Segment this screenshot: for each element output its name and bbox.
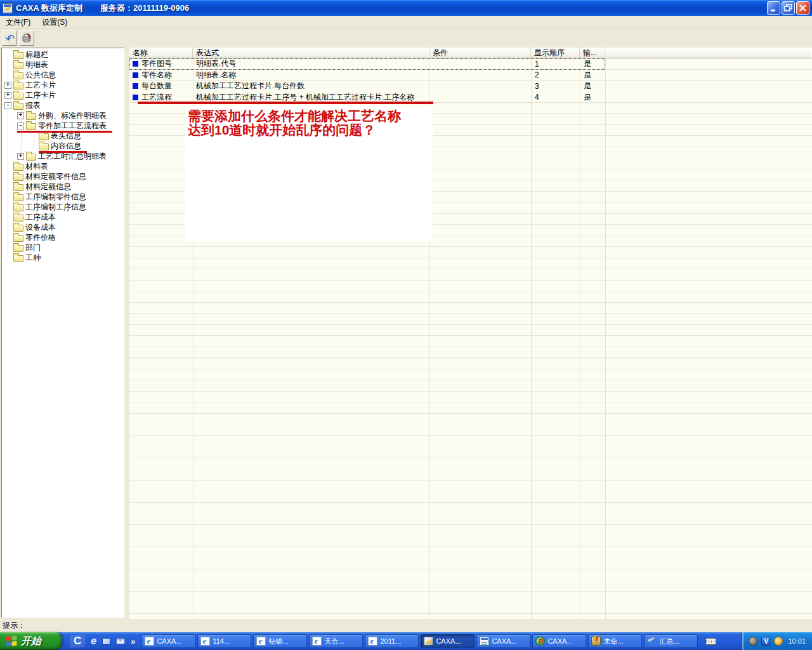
menu-file[interactable]: 文件(F): [0, 16, 36, 29]
c-shortcut-icon[interactable]: C: [70, 635, 85, 647]
caxa-capp-icon: [535, 637, 545, 646]
folder-icon: [13, 62, 23, 69]
trade-assistant-icon[interactable]: [774, 637, 783, 646]
page-setup-button[interactable]: [19, 30, 34, 46]
annotation-line: 达到10道时就开始乱序的问题？: [188, 123, 433, 137]
tree-item[interactable]: +工序卡片: [2, 90, 124, 100]
flash-icon: [647, 637, 657, 646]
tree-item-label: 工序成本: [25, 212, 56, 223]
statusbar: 提示：: [0, 619, 812, 632]
minimize-button[interactable]: [767, 1, 780, 15]
annotation-line: 需要添加什么条件才能解决工艺名称: [188, 109, 433, 123]
tree-item[interactable]: 标题栏: [2, 50, 124, 60]
task-button[interactable]: CAXA...: [141, 634, 195, 648]
task-button[interactable]: 天合...: [309, 634, 363, 648]
tree-item-label: 材料定额信息: [25, 182, 71, 192]
tree-item[interactable]: 材料定额零件信息: [2, 171, 124, 182]
table-row[interactable]: 零件名称 明细表.名称 2 是: [129, 70, 605, 81]
column-header-order[interactable]: 显示顺序: [531, 48, 580, 58]
task-button-active[interactable]: CAXA...: [421, 634, 475, 648]
tree-item-label: 工艺卡片: [25, 80, 56, 91]
desktop: CAXA 数据库定制 服务器：20111119-0906 文件(F) 设置(S)…: [0, 0, 812, 650]
tree-item[interactable]: +外购、标准件明细表: [2, 110, 124, 121]
task-button-label: 钻铤...: [268, 637, 288, 646]
tree-item[interactable]: 工序编制工序信息: [2, 202, 124, 212]
task-button-label: CAXA...: [157, 637, 181, 645]
cell-condition: [429, 70, 531, 81]
tree-item[interactable]: -零件加工工艺流程表: [2, 121, 124, 131]
tree-expander[interactable]: +: [17, 153, 24, 160]
task-button[interactable]: 钻铤...: [253, 634, 307, 648]
tree-expander[interactable]: +: [4, 92, 11, 99]
back-button[interactable]: [2, 30, 17, 46]
folder-icon: [13, 204, 23, 211]
restore-button[interactable]: [782, 1, 795, 15]
folder-icon: [26, 154, 36, 161]
cell-name: 零件名称: [141, 70, 172, 81]
tree-expander[interactable]: -: [17, 123, 24, 129]
ie-document-icon: [200, 637, 210, 646]
folder-icon: [13, 235, 23, 242]
tree-item-label: 报表: [25, 100, 41, 111]
column-header-name[interactable]: 名称: [129, 48, 193, 58]
back-arrow-icon: [4, 32, 15, 44]
overflow-chevron-icon[interactable]: »: [131, 637, 135, 646]
status-text: 提示：: [3, 620, 25, 631]
tree-item[interactable]: +工艺卡片: [2, 80, 124, 90]
close-button[interactable]: [796, 1, 809, 15]
tree-item[interactable]: 明细表: [2, 60, 124, 70]
field-grid: 名称 表达式 条件 显示顺序 输... 零件图号 明细表.代号 1 是 零件名称…: [129, 48, 812, 619]
tree-expander[interactable]: +: [17, 112, 24, 119]
task-button[interactable]: 未命...: [588, 634, 642, 648]
task-button[interactable]: 114...: [197, 634, 251, 648]
caxa-db-icon: [424, 637, 433, 646]
input-method-button[interactable]: [701, 635, 720, 647]
table-row[interactable]: 每台数量 机械加工工艺过程卡片.每台件数 3 是: [129, 81, 605, 92]
show-desktop-icon[interactable]: [102, 638, 110, 645]
tree-item[interactable]: 材料定额信息: [2, 182, 124, 192]
ie-document-icon: [145, 637, 154, 646]
tree-item[interactable]: 工序编制零件信息: [2, 192, 124, 202]
tree-item[interactable]: 工种: [2, 253, 124, 263]
caxa-notepad-icon: [480, 637, 489, 646]
messenger-icon[interactable]: [761, 637, 770, 646]
field-bullet-icon: [133, 95, 138, 100]
tree-item-label: 公共信息: [25, 70, 56, 81]
toolbar: [0, 29, 812, 46]
annotation-note: 需要添加什么条件才能解决工艺名称 达到10道时就开始乱序的问题？: [185, 106, 433, 241]
task-button[interactable]: CAXA...: [532, 634, 586, 648]
taskbar: 开始 C e » CAXA... 114... 钻铤... 天合... 2011…: [0, 632, 812, 650]
tree-expander[interactable]: -: [4, 102, 11, 109]
task-button[interactable]: 2011...: [365, 634, 419, 648]
column-header-condition[interactable]: 条件: [429, 48, 531, 58]
cell-output: 是: [580, 70, 605, 81]
tree-item-label: 零件价格: [25, 232, 56, 243]
menu-settings[interactable]: 设置(S): [36, 16, 73, 29]
tree-item[interactable]: 内容信息: [2, 141, 124, 151]
tree-item[interactable]: 材料表: [2, 161, 124, 171]
ie-document-icon: [368, 637, 377, 646]
task-button[interactable]: CAXA...: [476, 634, 530, 648]
tree-item[interactable]: 工序成本: [2, 212, 124, 222]
column-header-output[interactable]: 输...: [580, 48, 605, 58]
grid-gridline: [580, 58, 580, 619]
tree-item-label: 工种: [25, 253, 41, 263]
task-button[interactable]: 汇总...: [644, 634, 698, 648]
ie-icon[interactable]: e: [91, 635, 96, 647]
windows-logo-icon: [5, 635, 18, 647]
tree-item[interactable]: 设备成本: [2, 222, 124, 232]
tree-expander[interactable]: +: [4, 82, 11, 89]
start-button[interactable]: 开始: [0, 632, 62, 650]
task-buttons: CAXA... 114... 钻铤... 天合... 2011... CAXA.…: [141, 634, 700, 648]
app-icon: [3, 3, 13, 13]
mail-icon[interactable]: [116, 638, 125, 644]
table-tree-panel: 标题栏 明细表 公共信息 +工艺卡片 +工序卡片 -报表 +外购、标准件明细表 …: [1, 48, 124, 618]
folder-icon: [13, 72, 23, 79]
volume-icon[interactable]: [749, 637, 757, 646]
grid-gridline: [605, 58, 606, 619]
column-header-expression[interactable]: 表达式: [193, 48, 429, 58]
tree-item[interactable]: 部门: [2, 242, 124, 253]
tree-item[interactable]: -报表: [2, 100, 124, 110]
tree-item[interactable]: 零件价格: [2, 232, 124, 242]
tree-item[interactable]: 公共信息: [2, 70, 124, 80]
